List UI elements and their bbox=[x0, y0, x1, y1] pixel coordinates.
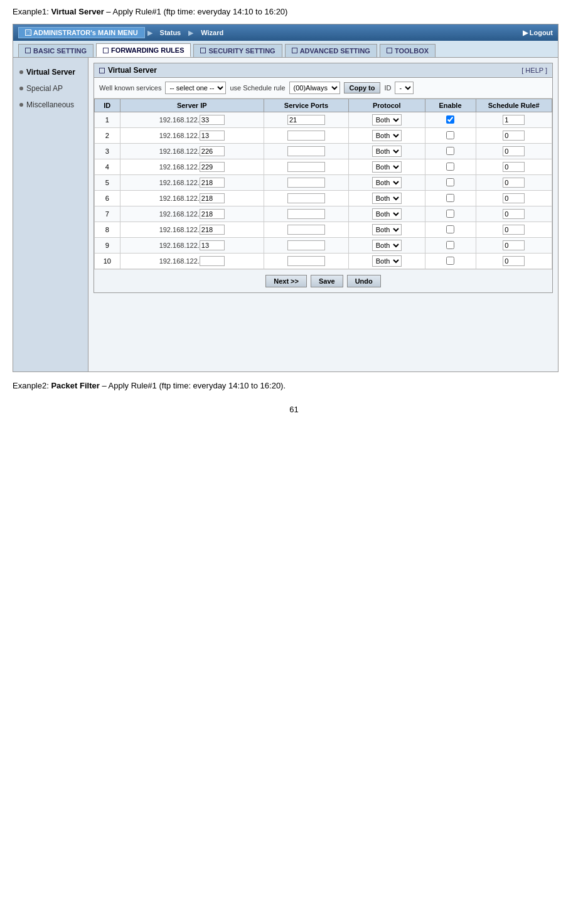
cell-schedule-2[interactable] bbox=[476, 128, 552, 144]
next-button[interactable]: Next >> bbox=[265, 275, 307, 287]
enable-checkbox-5[interactable] bbox=[446, 178, 454, 186]
cell-schedule-5[interactable] bbox=[476, 175, 552, 191]
cell-ip-7[interactable]: 192.168.122. bbox=[120, 206, 264, 222]
ip-input-1[interactable] bbox=[200, 115, 225, 125]
schedule-input-8[interactable] bbox=[503, 225, 525, 235]
save-button[interactable]: Save bbox=[311, 275, 343, 287]
help-link[interactable]: [ HELP ] bbox=[521, 67, 547, 74]
cell-ports-9[interactable] bbox=[264, 238, 349, 254]
cell-ports-10[interactable] bbox=[264, 254, 349, 269]
enable-checkbox-10[interactable] bbox=[446, 257, 454, 265]
schedule-input-3[interactable] bbox=[503, 146, 525, 156]
port-input-8[interactable] bbox=[287, 225, 325, 235]
port-input-6[interactable] bbox=[287, 193, 325, 203]
cell-ports-3[interactable] bbox=[264, 144, 349, 159]
schedule-rule-select[interactable]: (00)Always bbox=[289, 82, 340, 94]
cell-protocol-3[interactable]: Both bbox=[349, 144, 425, 159]
protocol-select-8[interactable]: Both bbox=[372, 224, 402, 235]
cell-ports-8[interactable] bbox=[264, 222, 349, 238]
cell-schedule-9[interactable] bbox=[476, 238, 552, 254]
cell-ip-9[interactable]: 192.168.122. bbox=[120, 238, 264, 254]
cell-enable-6[interactable] bbox=[425, 191, 476, 206]
protocol-select-1[interactable]: Both bbox=[372, 114, 402, 126]
cell-ip-4[interactable]: 192.168.122. bbox=[120, 159, 264, 175]
cell-ip-10[interactable]: 192.168.122. bbox=[120, 254, 264, 269]
logout-button[interactable]: ▶ Logout bbox=[523, 29, 553, 37]
sidebar-item-virtual-server[interactable]: Virtual Server bbox=[13, 64, 88, 80]
cell-protocol-8[interactable]: Both bbox=[349, 222, 425, 238]
protocol-select-5[interactable]: Both bbox=[372, 177, 402, 188]
port-input-3[interactable] bbox=[287, 146, 325, 156]
cell-enable-9[interactable] bbox=[425, 238, 476, 254]
protocol-select-7[interactable]: Both bbox=[372, 208, 402, 220]
tab-basic-setting[interactable]: BASIC SETTING bbox=[18, 44, 94, 57]
copy-to-button[interactable]: Copy to bbox=[344, 82, 381, 93]
undo-button[interactable]: Undo bbox=[347, 275, 381, 287]
enable-checkbox-3[interactable] bbox=[446, 147, 454, 155]
cell-enable-8[interactable] bbox=[425, 222, 476, 238]
cell-enable-5[interactable] bbox=[425, 175, 476, 191]
enable-checkbox-1[interactable] bbox=[446, 115, 454, 124]
cell-ports-4[interactable] bbox=[264, 159, 349, 175]
main-menu-button[interactable]: □ ADMINISTRATOR's MAIN MENU bbox=[18, 27, 145, 38]
cell-enable-10[interactable] bbox=[425, 254, 476, 269]
cell-protocol-6[interactable]: Both bbox=[349, 191, 425, 206]
cell-schedule-4[interactable] bbox=[476, 159, 552, 175]
cell-ip-3[interactable]: 192.168.122. bbox=[120, 144, 264, 159]
cell-schedule-3[interactable] bbox=[476, 144, 552, 159]
port-input-7[interactable] bbox=[287, 209, 325, 219]
ip-input-5[interactable] bbox=[200, 178, 225, 188]
enable-checkbox-2[interactable] bbox=[446, 131, 454, 139]
cell-ports-6[interactable] bbox=[264, 191, 349, 206]
cell-enable-3[interactable] bbox=[425, 144, 476, 159]
cell-protocol-5[interactable]: Both bbox=[349, 175, 425, 191]
cell-schedule-6[interactable] bbox=[476, 191, 552, 206]
cell-enable-7[interactable] bbox=[425, 206, 476, 222]
schedule-input-10[interactable] bbox=[503, 256, 525, 266]
port-input-1[interactable] bbox=[287, 115, 325, 125]
schedule-input-9[interactable] bbox=[503, 240, 525, 250]
enable-checkbox-9[interactable] bbox=[446, 241, 454, 249]
status-nav-item[interactable]: Status bbox=[155, 28, 186, 38]
enable-checkbox-8[interactable] bbox=[446, 225, 454, 233]
schedule-input-1[interactable] bbox=[503, 115, 525, 125]
ip-input-8[interactable] bbox=[200, 225, 225, 235]
id-select[interactable]: -- bbox=[395, 82, 414, 94]
cell-schedule-10[interactable] bbox=[476, 254, 552, 269]
port-input-4[interactable] bbox=[287, 162, 325, 172]
protocol-select-3[interactable]: Both bbox=[372, 146, 402, 157]
cell-ports-1[interactable] bbox=[264, 112, 349, 128]
cell-protocol-7[interactable]: Both bbox=[349, 206, 425, 222]
cell-ports-5[interactable] bbox=[264, 175, 349, 191]
schedule-input-6[interactable] bbox=[503, 193, 525, 203]
port-input-10[interactable] bbox=[287, 256, 325, 266]
cell-protocol-10[interactable]: Both bbox=[349, 254, 425, 269]
cell-protocol-2[interactable]: Both bbox=[349, 128, 425, 144]
tab-toolbox[interactable]: TOOLBOX bbox=[380, 44, 436, 57]
ip-input-6[interactable] bbox=[200, 193, 225, 203]
enable-checkbox-6[interactable] bbox=[446, 194, 454, 202]
cell-ip-5[interactable]: 192.168.122. bbox=[120, 175, 264, 191]
cell-ip-8[interactable]: 192.168.122. bbox=[120, 222, 264, 238]
cell-protocol-4[interactable]: Both bbox=[349, 159, 425, 175]
port-input-5[interactable] bbox=[287, 178, 325, 188]
cell-enable-2[interactable] bbox=[425, 128, 476, 144]
tab-advanced-setting[interactable]: ADVANCED SETTING bbox=[285, 44, 377, 57]
protocol-select-10[interactable]: Both bbox=[372, 255, 402, 267]
port-input-2[interactable] bbox=[287, 131, 325, 141]
enable-checkbox-4[interactable] bbox=[446, 163, 454, 171]
cell-ip-6[interactable]: 192.168.122. bbox=[120, 191, 264, 206]
ip-input-3[interactable] bbox=[200, 146, 225, 156]
protocol-select-9[interactable]: Both bbox=[372, 240, 402, 251]
cell-schedule-7[interactable] bbox=[476, 206, 552, 222]
cell-enable-1[interactable] bbox=[425, 112, 476, 128]
enable-checkbox-7[interactable] bbox=[446, 210, 454, 218]
protocol-select-2[interactable]: Both bbox=[372, 130, 402, 141]
ip-input-2[interactable] bbox=[200, 131, 225, 141]
cell-schedule-8[interactable] bbox=[476, 222, 552, 238]
cell-protocol-1[interactable]: Both bbox=[349, 112, 425, 128]
ip-input-4[interactable] bbox=[200, 162, 225, 172]
port-input-9[interactable] bbox=[287, 240, 325, 250]
cell-enable-4[interactable] bbox=[425, 159, 476, 175]
schedule-input-5[interactable] bbox=[503, 178, 525, 188]
